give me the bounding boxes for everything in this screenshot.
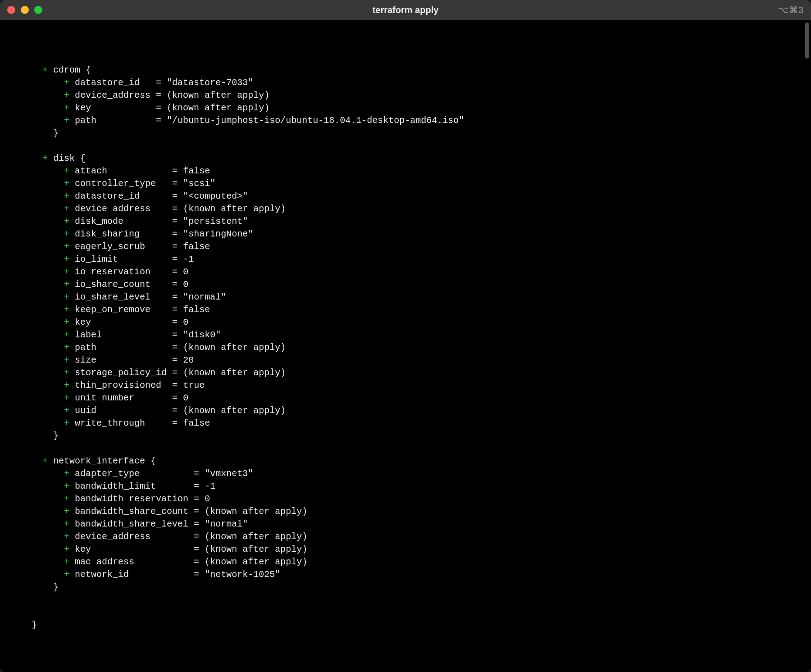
plus-icon: + xyxy=(64,204,69,214)
close-outer-brace: } xyxy=(10,619,801,631)
attr-value: -1 xyxy=(205,481,215,491)
attr-key: network_id xyxy=(75,569,188,580)
attr-value: "<computed>" xyxy=(183,191,248,201)
attr-value: (known after apply) xyxy=(205,557,307,567)
attr-value: "vmxnet3" xyxy=(205,468,253,479)
attr-line: + io_share_level = "normal" xyxy=(10,291,801,304)
block-close: } xyxy=(10,127,801,140)
block-header: + network_interface { xyxy=(10,455,801,468)
block-name: cdrom xyxy=(53,65,80,75)
attr-value: "network-1025" xyxy=(205,569,280,580)
plus-icon: + xyxy=(64,380,69,390)
plus-icon: + xyxy=(64,330,69,340)
attr-line: + key = (known after apply) xyxy=(10,543,801,556)
plus-icon: + xyxy=(64,229,69,239)
attr-line: + size = 20 xyxy=(10,354,801,367)
terminal-body[interactable]: + cdrom { + datastore_id = "datastore-70… xyxy=(0,20,811,672)
attr-line: + storage_policy_id = (known after apply… xyxy=(10,367,801,379)
plus-icon: + xyxy=(64,178,69,189)
window-title: terraform apply xyxy=(373,4,439,16)
attr-line: + attach = false xyxy=(10,165,801,177)
plus-icon: + xyxy=(64,544,69,554)
plus-icon: + xyxy=(64,90,69,100)
plus-icon: + xyxy=(64,77,69,88)
close-icon[interactable] xyxy=(7,6,15,14)
attr-value: (known after apply) xyxy=(183,204,286,214)
plus-icon: + xyxy=(64,418,69,428)
plus-icon: + xyxy=(64,468,69,479)
attr-line: + adapter_type = "vmxnet3" xyxy=(10,468,801,480)
attr-line: + write_through = false xyxy=(10,417,801,430)
plus-icon: + xyxy=(64,506,69,517)
attr-key: size xyxy=(75,355,167,365)
attr-key: device_address xyxy=(75,531,188,542)
attr-key: io_share_level xyxy=(75,292,167,302)
attr-value: "disk0" xyxy=(183,330,221,340)
plan-output: + cdrom { + datastore_id = "datastore-70… xyxy=(10,64,801,594)
attr-line: + datastore_id = "<computed>" xyxy=(10,190,801,203)
plus-icon: + xyxy=(42,456,48,466)
attr-line: + io_share_count = 0 xyxy=(10,278,801,291)
attr-key: controller_type xyxy=(75,178,167,189)
plus-icon: + xyxy=(64,166,69,176)
attr-key: write_through xyxy=(75,418,167,428)
maximize-icon[interactable] xyxy=(34,6,42,14)
plus-icon: + xyxy=(64,557,69,567)
plus-icon: + xyxy=(64,267,69,277)
attr-key: disk_mode xyxy=(75,216,167,227)
attr-line: + controller_type = "scsi" xyxy=(10,177,801,190)
attr-key: eagerly_scrub xyxy=(75,241,167,252)
plus-icon: + xyxy=(64,292,69,302)
attr-key: adapter_type xyxy=(75,468,188,479)
attr-value: 0 xyxy=(183,317,188,327)
attr-value: 20 xyxy=(183,355,194,365)
attr-line: + unit_number = 0 xyxy=(10,392,801,404)
attr-key: attach xyxy=(75,166,167,176)
attr-line: + bandwidth_limit = -1 xyxy=(10,480,801,493)
attr-line: + disk_mode = "persistent" xyxy=(10,215,801,228)
plus-icon: + xyxy=(64,342,69,353)
attr-key: label xyxy=(75,330,167,340)
block-header: + disk { xyxy=(10,152,801,165)
attr-line: + key = 0 xyxy=(10,316,801,329)
plus-icon: + xyxy=(64,216,69,227)
minimize-icon[interactable] xyxy=(21,6,29,14)
attr-line: + bandwidth_share_level = "normal" xyxy=(10,518,801,531)
attr-key: io_reservation xyxy=(75,267,167,277)
attr-line: + keep_on_remove = false xyxy=(10,304,801,316)
attr-key: key xyxy=(75,317,167,327)
block-header: + cdrom { xyxy=(10,64,801,77)
attr-line: + bandwidth_share_count = (known after a… xyxy=(10,505,801,518)
attr-value: (known after apply) xyxy=(183,405,286,416)
attr-key: unit_number xyxy=(75,393,167,403)
plus-icon: + xyxy=(64,569,69,580)
attr-line: + mac_address = (known after apply) xyxy=(10,556,801,568)
plus-icon: + xyxy=(64,115,69,126)
block-name: network_interface xyxy=(53,456,145,466)
attr-value: (known after apply) xyxy=(183,368,286,378)
attr-line: + network_id = "network-1025" xyxy=(10,568,801,581)
plus-icon: + xyxy=(64,531,69,542)
plus-icon: + xyxy=(64,103,69,113)
scrollbar-thumb[interactable] xyxy=(805,23,809,59)
plus-icon: + xyxy=(64,241,69,252)
plus-icon: + xyxy=(64,304,69,315)
plus-icon: + xyxy=(42,153,48,163)
attr-line: + label = "disk0" xyxy=(10,329,801,341)
attr-key: bandwidth_share_count xyxy=(75,506,188,517)
attr-line: + eagerly_scrub = false xyxy=(10,241,801,253)
titlebar: terraform apply ⌥⌘3 xyxy=(0,0,811,20)
attr-key: io_limit xyxy=(75,254,167,264)
plus-icon: + xyxy=(64,317,69,327)
plus-icon: + xyxy=(64,393,69,403)
attr-key: bandwidth_reservation xyxy=(75,494,188,504)
attr-line: + key = (known after apply) xyxy=(10,102,801,114)
attr-line: + path = "/ubuntu-jumphost-iso/ubuntu-18… xyxy=(10,114,801,127)
attr-value: "normal" xyxy=(183,292,226,302)
attr-value: "persistent" xyxy=(183,216,248,227)
attr-key: bandwidth_share_level xyxy=(75,519,188,529)
attr-key: mac_address xyxy=(75,557,188,567)
attr-key: datastore_id xyxy=(75,77,150,88)
attr-line: + io_limit = -1 xyxy=(10,253,801,266)
plus-icon: + xyxy=(42,65,48,75)
